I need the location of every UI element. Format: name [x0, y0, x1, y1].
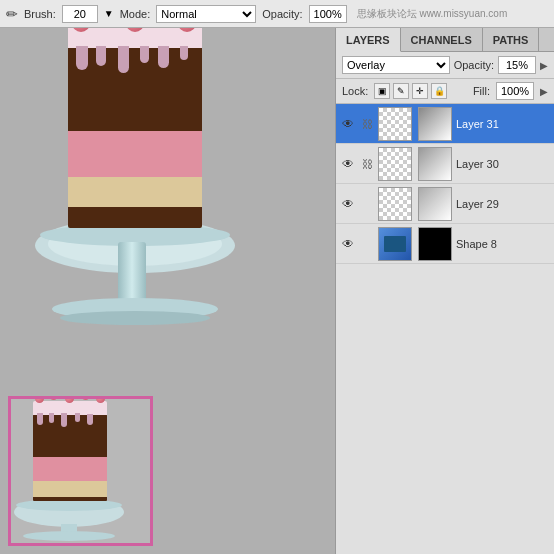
panel-tabs: LAYERS CHANNELS PATHS — [336, 28, 554, 52]
drip-2 — [96, 46, 106, 66]
thumbnail-preview-box — [8, 396, 153, 546]
thumb-shape-icon — [379, 228, 411, 260]
lock-position-btn[interactable]: ✛ — [412, 83, 428, 99]
thumb-cake-body — [33, 413, 107, 501]
thumb-cake-pink-layer — [33, 457, 107, 481]
canvas-area[interactable] — [0, 28, 335, 554]
tab-layers[interactable]: LAYERS — [336, 28, 401, 52]
eye-icon-layer31[interactable]: 👁 — [340, 116, 356, 132]
thumb-drip-2 — [49, 413, 54, 423]
layer-name-shape8: Shape 8 — [456, 238, 550, 250]
thumb-drip-3 — [61, 413, 67, 427]
layer-row-31[interactable]: 👁 ⛓ Layer 31 — [336, 104, 554, 144]
drip-5 — [158, 46, 169, 68]
thumb-stand-base — [23, 531, 115, 541]
toolbar: ✏ Brush: ▼ Mode: Normal Opacity: 思缘板块论坛 … — [0, 0, 554, 28]
drip-3 — [118, 46, 129, 73]
layer-mask-thumb-31 — [418, 107, 452, 141]
brush-label: Brush: — [24, 8, 56, 20]
brush-size-input[interactable] — [62, 5, 98, 23]
blend-mode-row: Overlay Opacity: ▶ — [336, 52, 554, 79]
lock-all-btn[interactable]: 🔒 — [431, 83, 447, 99]
layer-row-29[interactable]: 👁 ⛓ Layer 29 — [336, 184, 554, 224]
opacity-label: Opacity: — [454, 59, 494, 71]
thumb-checker-30 — [379, 148, 411, 180]
chain-icon-layer30[interactable]: ⛓ — [360, 157, 374, 171]
thumb-checker-29 — [379, 188, 411, 220]
layer-row-30[interactable]: 👁 ⛓ Layer 30 — [336, 144, 554, 184]
eye-icon-layer30[interactable]: 👁 — [340, 156, 356, 172]
layer-thumb-29 — [378, 187, 412, 221]
layer-thumb-31 — [378, 107, 412, 141]
lock-row: Lock: ▣ ✎ ✛ 🔒 Fill: ▶ — [336, 79, 554, 104]
drip-4 — [140, 46, 149, 63]
lock-pixels-btn[interactable]: ✎ — [393, 83, 409, 99]
layer-opacity-input[interactable] — [498, 56, 536, 74]
main-area: LAYERS CHANNELS PATHS Overlay Opacity: ▶… — [0, 28, 554, 554]
lock-label: Lock: — [342, 85, 368, 97]
lock-icons-group: ▣ ✎ ✛ 🔒 — [374, 83, 447, 99]
blend-mode-select[interactable]: Overlay — [342, 56, 450, 74]
thumb-ball-4 — [81, 396, 90, 400]
chain-icon-layer29[interactable]: ⛓ — [360, 197, 374, 211]
lock-transparency-btn[interactable]: ▣ — [374, 83, 390, 99]
watermark-text: 思缘板块论坛 www.missyuan.com — [357, 7, 508, 21]
stand-base-shadow — [60, 311, 210, 325]
thumb-drip-1 — [37, 413, 43, 425]
fill-label: Fill: — [473, 85, 490, 97]
mode-select[interactable]: Normal — [156, 5, 256, 23]
fill-arrow[interactable]: ▶ — [540, 86, 548, 97]
drip-1 — [76, 46, 88, 70]
brush-tool-icon: ✏ — [6, 6, 18, 22]
cake-illustration-main — [30, 38, 230, 328]
layer-name-31: Layer 31 — [456, 118, 550, 130]
thumb-drip-4 — [75, 413, 80, 422]
brush-dropdown-arrow[interactable]: ▼ — [104, 8, 114, 19]
layer-thumb-30 — [378, 147, 412, 181]
thumb-cake-cream-layer — [33, 481, 107, 497]
opacity-label: Opacity: — [262, 8, 302, 20]
thumb-checker-31 — [379, 108, 411, 140]
eye-icon-shape8[interactable]: 👁 — [340, 236, 356, 252]
opacity-input[interactable] — [309, 5, 347, 23]
thumb-drip-5 — [87, 414, 93, 425]
layer-mask-thumb-30 — [418, 147, 452, 181]
opacity-arrow[interactable]: ▶ — [540, 60, 548, 71]
cake-cream-layer — [68, 177, 202, 207]
chain-icon-shape8[interactable]: ⛓ — [360, 237, 374, 251]
layer-name-29: Layer 29 — [456, 198, 550, 210]
layer-row-shape8[interactable]: 👁 ⛓ Shape 8 — [336, 224, 554, 264]
eye-icon-layer29[interactable]: 👁 — [340, 196, 356, 212]
tab-channels[interactable]: CHANNELS — [401, 28, 483, 51]
tab-paths[interactable]: PATHS — [483, 28, 540, 51]
layer-thumb-shape8 — [378, 227, 412, 261]
mode-label: Mode: — [120, 8, 151, 20]
cake-body — [68, 43, 202, 228]
fill-input[interactable] — [496, 82, 534, 100]
layer-name-30: Layer 30 — [456, 158, 550, 170]
thumb-frosting-top — [33, 401, 107, 415]
drip-6 — [180, 46, 188, 60]
layers-panel: LAYERS CHANNELS PATHS Overlay Opacity: ▶… — [335, 28, 554, 554]
cake-pink-layer — [68, 131, 202, 177]
thumb-ball-2 — [49, 396, 58, 400]
layer-mask-shape8 — [418, 227, 452, 261]
layer-mask-thumb-29 — [418, 187, 452, 221]
chain-icon-layer31[interactable]: ⛓ — [360, 117, 374, 131]
